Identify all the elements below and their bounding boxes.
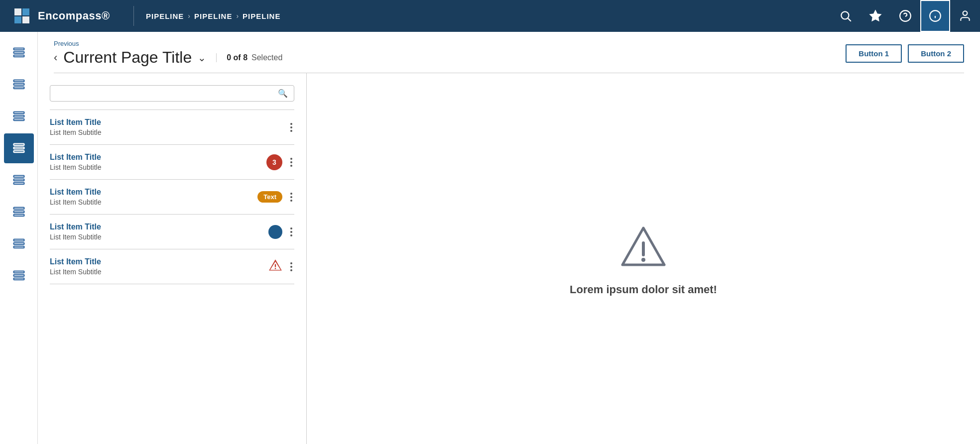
back-arrow-icon[interactable]: ‹: [54, 51, 57, 64]
main-layout: Previous ‹ Current Page Title ⌄ 0 of 8 S…: [0, 32, 980, 444]
list-item-2-menu[interactable]: [288, 158, 294, 167]
content-area: Previous ‹ Current Page Title ⌄ 0 of 8 S…: [38, 32, 980, 444]
list-item-1-text: List Item Title List Item Subtitle: [50, 118, 276, 136]
badge-dot: [268, 225, 282, 239]
breadcrumb-3[interactable]: PIPELINE: [243, 12, 280, 20]
list-item-4[interactable]: List Item Title List Item Subtitle: [50, 215, 294, 249]
sidebar: [0, 32, 38, 444]
nav-right-icons: [831, 0, 980, 32]
list-item-4-text: List Item Title List Item Subtitle: [50, 222, 262, 241]
breadcrumb-chevron-1: ›: [188, 12, 190, 20]
selected-count: 0 of 8 Selected: [216, 53, 282, 62]
list-divider-5: [50, 284, 294, 284]
list-item-5-menu[interactable]: [288, 262, 294, 271]
breadcrumb-1[interactable]: PIPELINE: [146, 12, 184, 20]
list-item-5-title: List Item Title: [50, 257, 262, 266]
sidebar-item-7[interactable]: [4, 229, 34, 259]
logo-text: Encompass®: [38, 9, 110, 22]
search-input[interactable]: [56, 89, 278, 98]
svg-rect-33: [13, 246, 24, 248]
svg-rect-15: [13, 55, 24, 57]
svg-rect-25: [13, 176, 24, 178]
svg-point-41: [641, 258, 645, 262]
previous-label: Previous: [54, 40, 79, 47]
list-item-3-title: List Item Title: [50, 188, 251, 197]
svg-rect-13: [13, 48, 24, 50]
breadcrumb-chevron-2: ›: [236, 12, 239, 20]
warning-triangle-icon: [618, 222, 668, 273]
list-item-2-badge: 3: [266, 154, 282, 170]
favorites-icon-btn[interactable]: [860, 0, 890, 32]
svg-rect-29: [13, 211, 24, 213]
svg-rect-19: [13, 112, 24, 114]
list-item-3-menu[interactable]: [288, 193, 294, 202]
svg-point-4: [841, 11, 849, 19]
sidebar-item-4-active[interactable]: [4, 133, 34, 163]
list-item-4-badge: [268, 225, 282, 239]
svg-rect-17: [13, 84, 24, 86]
count-value: 0 of 8: [227, 53, 247, 62]
sidebar-item-2[interactable]: [4, 70, 34, 100]
breadcrumb-2[interactable]: PIPELINE: [194, 12, 232, 20]
right-pane: Lorem ipsum dolor sit amet!: [307, 73, 980, 444]
sidebar-item-6[interactable]: [4, 197, 34, 227]
list-item-1-menu[interactable]: [288, 123, 294, 132]
svg-rect-1: [22, 8, 29, 15]
svg-rect-0: [14, 8, 21, 15]
list-item-1-subtitle: List Item Subtitle: [50, 128, 276, 136]
list-item-2-subtitle: List Item Subtitle: [50, 163, 260, 171]
page-title-area: Previous ‹ Current Page Title ⌄ 0 of 8 S…: [54, 40, 282, 67]
list-item-5[interactable]: List Item Title List Item Subtitle: [50, 249, 294, 284]
list-item-5-text: List Item Title List Item Subtitle: [50, 257, 262, 276]
svg-point-12: [963, 11, 968, 15]
search-icon-btn[interactable]: [831, 0, 860, 32]
svg-rect-26: [13, 179, 24, 181]
page-title: Current Page Title: [63, 48, 192, 67]
selected-label: Selected: [251, 53, 282, 62]
svg-rect-36: [13, 278, 24, 280]
list-item-1-title: List Item Title: [50, 118, 276, 127]
svg-rect-32: [13, 243, 24, 245]
page-header: Previous ‹ Current Page Title ⌄ 0 of 8 S…: [38, 32, 980, 73]
svg-rect-21: [13, 119, 24, 121]
button-2[interactable]: Button 2: [908, 44, 964, 63]
svg-rect-38: [275, 268, 276, 269]
list-item-2[interactable]: List Item Title List Item Subtitle 3: [50, 145, 294, 179]
svg-rect-18: [13, 87, 24, 89]
svg-rect-35: [13, 275, 24, 277]
info-icon-btn[interactable]: [920, 0, 950, 32]
list-item-5-subtitle: List Item Subtitle: [50, 268, 262, 276]
sidebar-item-5[interactable]: [4, 165, 34, 195]
list-item-3-subtitle: List Item Subtitle: [50, 198, 251, 206]
list-item-3-badge: Text: [257, 191, 282, 203]
list-item-5-badge: [268, 258, 282, 275]
svg-rect-27: [13, 183, 24, 185]
warning-icon: [268, 258, 282, 275]
help-icon-btn[interactable]: [890, 0, 920, 32]
button-1[interactable]: Button 1: [846, 44, 902, 63]
list-item-4-menu[interactable]: [288, 227, 294, 236]
list-item-3[interactable]: List Item Title List Item Subtitle Text: [50, 180, 294, 214]
two-pane: 🔍 List Item Title List Item Subtitle: [38, 73, 980, 444]
svg-rect-23: [13, 147, 24, 149]
svg-rect-22: [13, 144, 24, 146]
search-bar[interactable]: 🔍: [50, 85, 294, 102]
svg-rect-37: [275, 264, 276, 267]
logo-area: Encompass®: [0, 6, 129, 26]
svg-rect-24: [13, 151, 24, 153]
sidebar-item-3[interactable]: [4, 102, 34, 131]
sidebar-item-8[interactable]: [4, 261, 34, 291]
svg-rect-30: [13, 215, 24, 217]
title-dropdown-icon[interactable]: ⌄: [198, 52, 206, 64]
list-item-1[interactable]: List Item Title List Item Subtitle: [50, 110, 294, 144]
top-navigation: Encompass® PIPELINE › PIPELINE › PIPELIN…: [0, 0, 980, 32]
svg-rect-14: [13, 52, 24, 54]
svg-rect-31: [13, 239, 24, 241]
sidebar-item-1[interactable]: [4, 38, 34, 68]
previous-link[interactable]: Previous: [54, 40, 282, 47]
left-pane: 🔍 List Item Title List Item Subtitle: [38, 73, 307, 444]
list-item-4-subtitle: List Item Subtitle: [50, 233, 262, 241]
empty-state: Lorem ipsum dolor sit amet!: [570, 222, 717, 296]
user-icon-btn[interactable]: [950, 0, 980, 32]
svg-marker-6: [870, 10, 881, 21]
